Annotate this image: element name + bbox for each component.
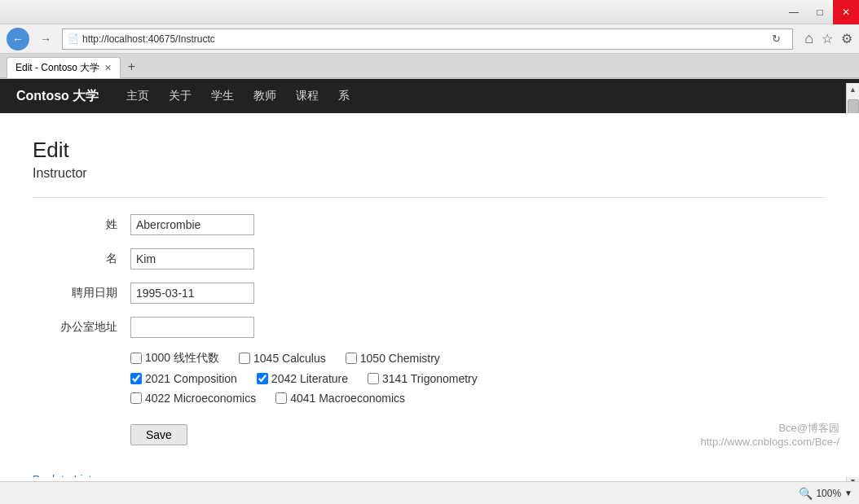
page-title: Edit (33, 138, 826, 163)
browser-toolbar: ← → 📄 http://localhost:40675/Instructc ↻… (0, 24, 859, 54)
save-button[interactable]: Save (130, 424, 187, 445)
form-divider (33, 197, 826, 198)
courses-row-2: 2021 Composition 2042 Literature 3141 Tr… (130, 372, 826, 385)
courses-row-1: 1000 线性代数 1045 Calculus 1050 Chemistry (130, 351, 826, 366)
zoom-level: 100% (816, 488, 841, 499)
watermark-line2: http://www.cnblogs.com/Bce-/ (700, 436, 839, 448)
course-1050-checkbox[interactable] (346, 353, 357, 364)
refresh-button[interactable]: ↻ (764, 28, 787, 50)
course-1000-checkbox[interactable] (130, 353, 142, 364)
course-1050[interactable]: 1050 Chemistry (346, 352, 440, 365)
hiredate-row: 聘用日期 (33, 283, 826, 304)
office-label: 办公室地址 (33, 320, 130, 335)
course-1045-label: 1045 Calculus (253, 352, 326, 365)
address-bar[interactable]: 📄 http://localhost:40675/Instructc ↻ (62, 28, 793, 50)
course-3141-checkbox[interactable] (368, 373, 379, 384)
back-button[interactable]: ← (7, 28, 29, 50)
zoom-dropdown-icon[interactable]: ▼ (844, 489, 852, 497)
browser-toolbar-icons (852, 54, 859, 77)
forward-button[interactable]: → (34, 28, 57, 50)
course-4041-label: 4041 Macroeconomics (290, 392, 405, 405)
firstname-row: 名 (33, 248, 826, 270)
page-icon: 📄 (68, 33, 79, 44)
active-tab[interactable]: Edit - Contoso 大学 ✕ (7, 57, 121, 78)
settings-icon[interactable]: ⚙ (841, 31, 852, 46)
course-2021-label: 2021 Composition (145, 372, 237, 385)
course-2021[interactable]: 2021 Composition (130, 372, 237, 385)
course-4022[interactable]: 4022 Microeconomics (130, 392, 256, 405)
favorites-icon[interactable]: ☆ (822, 31, 833, 46)
site-logo: Contoso 大学 (16, 88, 99, 105)
course-3141-label: 3141 Trigonometry (382, 372, 478, 385)
course-1045-checkbox[interactable] (239, 353, 250, 364)
title-bar: — □ ✕ (0, 0, 859, 24)
tab-close-button[interactable]: ✕ (104, 63, 112, 73)
close-button[interactable]: ✕ (833, 0, 859, 24)
main-content: Edit Instructor 姓 名 聘用日期 办公室地址 1000 线性代数… (0, 113, 859, 477)
firstname-input[interactable] (130, 248, 254, 270)
zoom-icon: 🔍 (799, 487, 813, 500)
course-2042-checkbox[interactable] (257, 373, 268, 384)
zoom-area: 🔍 100% ▼ (799, 487, 852, 500)
office-row: 办公室地址 (33, 317, 826, 338)
nav-students[interactable]: 学生 (211, 89, 234, 103)
scroll-up-arrow[interactable]: ▲ (847, 83, 860, 96)
hiredate-input[interactable] (130, 283, 254, 304)
nav-departments[interactable]: 系 (338, 89, 350, 103)
nav-about[interactable]: 关于 (169, 89, 192, 103)
course-1000-label: 1000 线性代数 (145, 351, 219, 366)
home-icon[interactable]: ⌂ (804, 30, 813, 47)
course-3141[interactable]: 3141 Trigonometry (368, 372, 478, 385)
course-4022-label: 4022 Microeconomics (145, 392, 256, 405)
url-text: http://localhost:40675/Instructc (82, 33, 215, 45)
nav-courses[interactable]: 课程 (296, 89, 319, 103)
lastname-input[interactable] (130, 214, 254, 235)
course-2042[interactable]: 2042 Literature (257, 372, 348, 385)
course-2042-label: 2042 Literature (271, 372, 348, 385)
hiredate-label: 聘用日期 (33, 286, 130, 300)
firstname-label: 名 (33, 252, 130, 266)
nav-home[interactable]: 主页 (126, 89, 149, 103)
lastname-row: 姓 (33, 214, 826, 235)
watermark: Bce@博客园 http://www.cnblogs.com/Bce-/ (700, 421, 839, 448)
course-4022-checkbox[interactable] (130, 392, 142, 404)
course-4041-checkbox[interactable] (275, 392, 287, 404)
course-2021-checkbox[interactable] (130, 373, 142, 384)
watermark-line1: Bce@博客园 (700, 421, 839, 436)
back-to-list-link[interactable]: Back to List (33, 473, 91, 477)
courses-row-3: 4022 Microeconomics 4041 Macroeconomics (130, 392, 826, 405)
courses-checkboxes: 1000 线性代数 1045 Calculus 1050 Chemistry 2… (130, 351, 826, 405)
course-1045[interactable]: 1045 Calculus (239, 352, 326, 365)
course-1050-label: 1050 Chemistry (360, 352, 440, 365)
tab-bar: Edit - Contoso 大学 ✕ + (0, 54, 859, 78)
site-navigation: Contoso 大学 主页 关于 学生 教师 课程 系 (0, 79, 859, 113)
course-4041[interactable]: 4041 Macroeconomics (275, 392, 405, 405)
office-input[interactable] (130, 317, 254, 338)
lastname-label: 姓 (33, 217, 130, 232)
window-controls: — □ ✕ (781, 0, 859, 24)
minimize-button[interactable]: — (781, 0, 807, 24)
maximize-button[interactable]: □ (807, 0, 833, 24)
nav-instructors[interactable]: 教师 (253, 89, 276, 103)
new-tab-button[interactable]: + (121, 56, 142, 77)
tab-label: Edit - Contoso 大学 (15, 61, 99, 75)
course-1000[interactable]: 1000 线性代数 (130, 351, 219, 366)
section-subtitle: Instructor (33, 166, 826, 181)
status-bar: 🔍 100% ▼ (0, 481, 859, 504)
